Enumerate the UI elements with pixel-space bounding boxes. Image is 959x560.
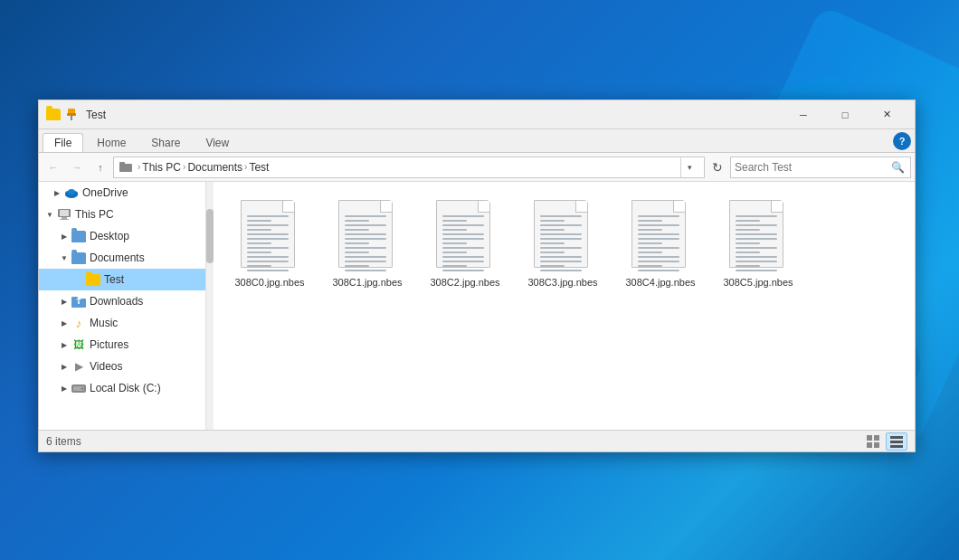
sidebar-scrollbar[interactable] (206, 182, 214, 430)
file-icon-1 (338, 200, 397, 272)
cloud-icon (64, 186, 79, 199)
sidebar-item-downloads[interactable]: ▶ Downloads (39, 290, 205, 312)
expand-icon-onedrive: ▶ (52, 187, 62, 198)
maximize-button[interactable]: □ (824, 100, 866, 129)
path-test[interactable]: Test (249, 161, 269, 174)
videos-icon: ▶ (71, 360, 86, 373)
file-label-3: 308C3.jpg.nbes (527, 276, 597, 289)
address-path[interactable]: › This PC › Documents › Test ▾ (113, 157, 705, 178)
status-bar: 6 items (39, 430, 915, 451)
svg-rect-10 (60, 210, 69, 216)
expand-icon-pictures: ▶ (59, 339, 70, 350)
file-item-3[interactable]: 308C3.jpg.nbes (517, 193, 608, 296)
sidebar-label-local-disk: Local Disk (C:) (90, 382, 161, 394)
tab-home[interactable]: Home (85, 133, 138, 152)
file-explorer-window: Test ─ □ ✕ File Home Share View ? ← → ↑ (38, 100, 916, 452)
path-folder-icon (119, 162, 136, 172)
sidebar-label-this-pc: This PC (75, 208, 114, 221)
help-button[interactable]: ? (893, 132, 911, 150)
file-item-0[interactable]: 308C0.jpg.nbes (224, 193, 315, 296)
svg-point-8 (68, 189, 75, 195)
path-this-pc[interactable]: This PC (142, 161, 181, 174)
sidebar-label-downloads: Downloads (90, 295, 143, 308)
title-bar: Test ─ □ ✕ (39, 100, 915, 129)
path-dropdown-button[interactable]: ▾ (680, 157, 698, 178)
disk-icon (71, 383, 86, 394)
expand-icon-music: ▶ (59, 318, 70, 328)
forward-button[interactable]: → (66, 157, 88, 178)
svg-rect-2 (71, 116, 72, 120)
file-item-2[interactable]: 308C2.jpg.nbes (420, 193, 510, 296)
search-input[interactable] (735, 161, 888, 174)
svg-rect-4 (119, 162, 125, 166)
file-item-4[interactable]: 308C4.jpg.nbes (615, 193, 706, 296)
sidebar-label-documents: Documents (90, 252, 145, 264)
pictures-icon: 🖼 (71, 338, 86, 351)
svg-rect-11 (62, 217, 67, 219)
svg-rect-23 (874, 442, 879, 448)
grid-view-icon (867, 435, 879, 448)
svg-rect-26 (890, 445, 903, 448)
svg-rect-1 (67, 113, 76, 116)
tab-view[interactable]: View (194, 133, 241, 152)
folder-icon-test (86, 274, 100, 286)
tab-share[interactable]: Share (139, 133, 192, 152)
file-label-5: 308C5.jpg.nbes (723, 276, 793, 289)
sidebar-item-videos[interactable]: ▶ ▶ Videos (39, 356, 205, 377)
scrollbar-thumb[interactable] (206, 209, 214, 263)
svg-rect-20 (867, 435, 872, 441)
grid-view-button[interactable] (862, 432, 884, 451)
svg-rect-16 (78, 301, 80, 304)
view-buttons (862, 432, 907, 451)
path-chevron-2: › (183, 162, 185, 172)
file-label-1: 308C1.jpg.nbes (332, 276, 402, 289)
svg-rect-12 (60, 219, 69, 220)
sidebar: ▶ OneDrive ▼ (39, 182, 206, 430)
sidebar-item-test[interactable]: Test (39, 269, 205, 290)
expand-icon-downloads: ▶ (59, 296, 70, 307)
sidebar-item-music[interactable]: ▶ ♪ Music (39, 312, 205, 334)
path-chevron-3: › (244, 162, 247, 172)
sidebar-label-test: Test (104, 273, 124, 286)
music-icon: ♪ (71, 317, 86, 330)
file-item-5[interactable]: 308C5.jpg.nbes (713, 193, 803, 296)
up-button[interactable]: ↑ (90, 157, 111, 178)
sidebar-label-onedrive: OneDrive (82, 186, 128, 199)
close-button[interactable]: ✕ (866, 100, 907, 129)
expand-icon-videos: ▶ (59, 361, 70, 372)
svg-rect-24 (890, 436, 903, 439)
download-folder-icon (71, 296, 86, 308)
file-icon-4 (631, 200, 690, 272)
file-label-4: 308C4.jpg.nbes (625, 276, 695, 289)
sidebar-item-pictures[interactable]: ▶ 🖼 Pictures (39, 334, 205, 356)
sidebar-item-this-pc[interactable]: ▼ This PC (39, 204, 205, 225)
svg-rect-21 (874, 435, 879, 441)
pin-icon (64, 108, 79, 122)
file-label-0: 308C0.jpg.nbes (234, 276, 304, 289)
folder-icon-documents (71, 252, 86, 264)
search-submit-button[interactable]: 🔍 (888, 158, 907, 176)
window-title: Test (86, 109, 783, 121)
sidebar-item-documents[interactable]: ▼ Documents (39, 247, 205, 269)
path-documents[interactable]: Documents (187, 161, 242, 174)
expand-icon-this-pc: ▼ (44, 209, 55, 220)
address-bar: ← → ↑ › This PC › Documents › Test ▾ ↻ 🔍 (39, 153, 915, 182)
file-icon-0 (241, 200, 299, 272)
folder-icon-title (46, 108, 61, 122)
refresh-button[interactable]: ↻ (707, 157, 728, 178)
back-button[interactable]: ← (43, 157, 64, 178)
main-content: ▶ OneDrive ▼ (39, 182, 915, 430)
tab-file[interactable]: File (43, 133, 83, 152)
sidebar-label-music: Music (90, 317, 118, 329)
sidebar-item-desktop[interactable]: ▶ Desktop (39, 225, 205, 247)
sidebar-item-onedrive[interactable]: ▶ OneDrive (39, 182, 205, 204)
search-box[interactable]: 🔍 (730, 157, 911, 178)
detail-view-button[interactable] (886, 432, 907, 451)
sidebar-label-desktop: Desktop (90, 230, 129, 242)
file-item-1[interactable]: 308C1.jpg.nbes (322, 193, 413, 296)
pc-icon (57, 209, 71, 221)
title-bar-icons (46, 108, 79, 122)
minimize-button[interactable]: ─ (783, 100, 824, 129)
file-area: 308C0.jpg.nbes (214, 182, 915, 430)
sidebar-item-local-disk[interactable]: ▶ Local Disk (C:) (39, 377, 205, 399)
